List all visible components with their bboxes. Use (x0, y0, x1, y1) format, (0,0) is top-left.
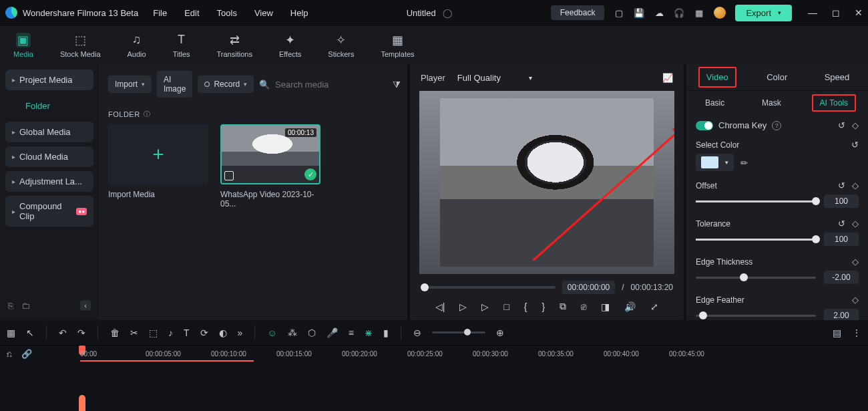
play-backward-button[interactable]: ▷ (459, 301, 467, 312)
help-icon[interactable]: ? (772, 121, 781, 130)
sidebar-item-compound-clip[interactable]: ▸Compound Clip●● (5, 196, 93, 227)
tab-titles[interactable]: T Titles (173, 33, 190, 58)
pointer-tool-icon[interactable]: ↖ (26, 327, 34, 338)
import-media-card[interactable]: + Import Media (108, 124, 208, 209)
reset-icon[interactable]: ↺ (838, 180, 845, 190)
subtab-basic[interactable]: Basic (698, 96, 731, 110)
inspector-tab-color[interactable]: Color (760, 68, 794, 86)
edge-feather-value[interactable]: 2.00 (824, 309, 859, 320)
play-button[interactable]: ▷ (481, 301, 489, 312)
tab-transitions[interactable]: ⇄ Transitions (217, 33, 252, 58)
search-media[interactable]: 🔍 (259, 80, 387, 90)
menu-view[interactable]: View (254, 8, 273, 18)
cloud-icon[interactable]: ☁ (654, 7, 664, 18)
display-mode-button[interactable]: ⎚ (581, 301, 586, 312)
apps-icon[interactable]: ▦ (694, 7, 704, 18)
color-icon[interactable]: ◐ (219, 327, 227, 338)
cut-mode-icon[interactable]: ⎌ (7, 349, 12, 359)
subtab-mask[interactable]: Mask (755, 96, 788, 110)
speed-icon[interactable]: ⟳ (200, 327, 208, 338)
new-folder-icon[interactable]: 🗀 (21, 301, 30, 311)
gear-icon[interactable]: ⁂ (288, 327, 297, 338)
subtab-ai-tools[interactable]: AI Tools (812, 94, 856, 112)
zoom-in-icon[interactable]: ⊕ (496, 327, 504, 338)
tab-audio[interactable]: ♫ Audio (128, 33, 146, 58)
record-dropdown[interactable]: Record▾ (198, 76, 254, 93)
stop-button[interactable]: □ (503, 301, 509, 312)
shield-icon[interactable]: ⬡ (308, 327, 316, 338)
color-swatch-dropdown[interactable]: ▾ (696, 154, 734, 171)
timeline-settings-icon[interactable]: ⋮ (852, 327, 861, 338)
sidebar-item-cloud-media[interactable]: ▸Cloud Media (5, 146, 93, 167)
text-icon[interactable]: T (184, 327, 190, 338)
tolerance-value[interactable]: 100 (824, 233, 859, 246)
collapse-sidebar-button[interactable]: ‹ (80, 300, 91, 311)
layout-icon[interactable]: ▦ (7, 327, 15, 338)
magnet-icon[interactable]: ⋇ (365, 327, 373, 338)
tab-templates[interactable]: ▦ Templates (381, 33, 414, 58)
ai-icon[interactable]: ☺ (267, 327, 276, 338)
reset-icon[interactable]: ↺ (838, 120, 845, 130)
mark-in-button[interactable]: { (524, 301, 527, 312)
player-viewport[interactable] (419, 91, 674, 274)
device-icon[interactable]: ▢ (614, 7, 624, 18)
sidebar-item-adjustment-layer[interactable]: ▸Adjustment La... (5, 171, 93, 192)
window-minimize[interactable]: — (808, 7, 817, 18)
seek-bar[interactable] (421, 286, 556, 289)
zoom-slider[interactable] (432, 331, 485, 333)
menu-tools[interactable]: Tools (217, 8, 237, 18)
eyedropper-icon[interactable]: ✎ (738, 156, 750, 168)
keyframe-icon[interactable]: ◇ (852, 120, 859, 130)
capture-button[interactable]: ◨ (601, 301, 610, 312)
track-view-icon[interactable]: ▤ (833, 327, 841, 338)
offset-slider[interactable] (696, 200, 816, 202)
redo-icon[interactable]: ↷ (77, 327, 85, 338)
undo-icon[interactable]: ↶ (59, 327, 67, 338)
tab-stock-media[interactable]: ⬚ Stock Media (60, 33, 101, 58)
window-maximize[interactable]: ◻ (832, 7, 840, 18)
crop-icon[interactable]: ⬚ (149, 327, 158, 338)
seek-knob[interactable] (421, 283, 429, 291)
timeline-ruler[interactable]: ⎌ 🔗 00:00 00:00:05:00 00:00:10:00 00:00:… (0, 346, 868, 362)
menu-help[interactable]: Help (290, 8, 308, 18)
edge-thickness-value[interactable]: -2.00 (824, 271, 859, 284)
search-input[interactable] (275, 80, 387, 90)
tab-stickers[interactable]: ✧ Stickers (328, 33, 354, 58)
filter-icon[interactable]: ⧩ (393, 79, 401, 90)
split-icon[interactable]: ✂ (130, 327, 138, 338)
tolerance-slider[interactable] (696, 239, 816, 241)
zoom-out-icon[interactable]: ⊖ (413, 327, 421, 338)
save-icon[interactable]: 💾 (634, 7, 644, 18)
media-clip[interactable]: 00:00:13 ✓ WhatsApp Video 2023-10-05... (220, 124, 320, 209)
keyframe-icon[interactable]: ◇ (852, 295, 859, 305)
snapshot-icon[interactable]: 📈 (662, 73, 673, 83)
keyframe-icon[interactable]: ◇ (852, 180, 859, 190)
menu-edit[interactable]: Edit (184, 8, 199, 18)
reset-icon[interactable]: ↺ (838, 219, 845, 229)
more-tools-icon[interactable]: » (238, 327, 243, 338)
timeline-tracks[interactable] (0, 362, 868, 411)
avatar[interactable] (714, 7, 726, 19)
screenshot-button[interactable]: ⧉ (560, 301, 566, 312)
fullscreen-button[interactable]: ⤢ (650, 301, 658, 312)
chroma-key-toggle[interactable] (696, 121, 713, 130)
mixer-icon[interactable]: ≡ (349, 327, 354, 338)
prev-frame-button[interactable]: ◁| (435, 301, 445, 312)
link-icon[interactable]: 🔗 (21, 349, 32, 359)
tab-media[interactable]: ▣ Media (13, 33, 33, 58)
marker-icon[interactable]: ▮ (383, 327, 389, 338)
inspector-tab-video[interactable]: Video (698, 67, 736, 88)
feedback-button[interactable]: Feedback (551, 5, 605, 20)
ai-image-button[interactable]: AI Image (157, 71, 192, 98)
clip-marker[interactable] (79, 395, 85, 411)
sidebar-item-global-media[interactable]: ▸Global Media (5, 122, 93, 142)
mark-out-button[interactable]: } (542, 301, 546, 312)
tab-effects[interactable]: ✦ Effects (279, 33, 301, 58)
inspector-tab-speed[interactable]: Speed (818, 68, 857, 86)
window-close[interactable]: ✕ (855, 7, 863, 18)
new-bin-icon[interactable]: ⎘ (8, 301, 13, 311)
support-icon[interactable]: 🎧 (674, 7, 684, 18)
reset-icon[interactable]: ↺ (851, 140, 859, 150)
keyframe-icon[interactable]: ◇ (852, 219, 859, 229)
offset-value[interactable]: 100 (824, 194, 859, 208)
